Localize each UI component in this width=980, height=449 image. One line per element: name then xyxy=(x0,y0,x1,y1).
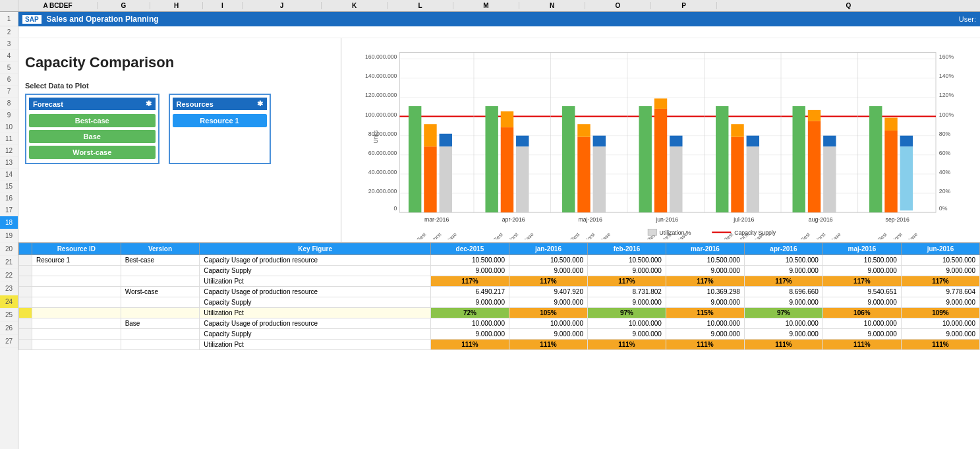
svg-rect-59 xyxy=(869,106,882,212)
row-num-8: 8 xyxy=(0,98,18,109)
row-num-14: 14 xyxy=(0,169,18,181)
col-header-h: H xyxy=(150,2,203,9)
svg-text:Best: Best xyxy=(492,231,504,239)
svg-text:Units: Units xyxy=(372,130,379,144)
td-mar: 10.500.000 xyxy=(666,255,744,266)
svg-rect-39 xyxy=(562,106,575,212)
td-jun: 10.500.000 xyxy=(901,255,979,266)
row-num-17: 17 xyxy=(0,204,18,216)
col-header-n: N xyxy=(519,2,585,9)
row-num-27: 27 xyxy=(0,335,18,348)
row-num-3: 3 xyxy=(0,38,18,50)
resource-1-button[interactable]: Resource 1 xyxy=(173,114,267,127)
svg-text:20%: 20% xyxy=(939,188,951,195)
row-num-21: 21 xyxy=(0,256,18,269)
svg-text:40%: 40% xyxy=(939,169,951,175)
row-num-6: 6 xyxy=(0,74,18,86)
svg-rect-33 xyxy=(440,134,452,146)
row-num-25: 25 xyxy=(0,309,18,322)
td-apr: 10.500.000 xyxy=(744,255,822,266)
svg-rect-31 xyxy=(440,146,452,212)
svg-text:Worst: Worst xyxy=(429,231,443,239)
svg-rect-29 xyxy=(409,106,421,212)
svg-text:mar-2016: mar-2016 xyxy=(424,216,449,223)
row-num-5: 5 xyxy=(0,62,18,74)
svg-rect-52 xyxy=(731,124,743,136)
svg-rect-41 xyxy=(593,146,606,212)
svg-text:120%: 120% xyxy=(939,92,954,98)
td-maj: 10.500.000 xyxy=(822,255,901,266)
svg-rect-57 xyxy=(808,110,821,121)
td-feb: 10.500.000 xyxy=(587,255,666,266)
svg-text:sep-2016: sep-2016 xyxy=(886,216,910,223)
svg-rect-47 xyxy=(654,98,667,109)
table-row: Capacity Supply 9.000.000 9.000.000 9.00… xyxy=(19,297,980,308)
table-row: Base Capacity Usage of production resour… xyxy=(19,318,980,329)
svg-text:Base: Base xyxy=(446,231,458,239)
svg-rect-19 xyxy=(399,52,936,212)
svg-text:apr-2016: apr-2016 xyxy=(502,216,525,223)
th-dec: dec-2015 xyxy=(430,243,509,255)
svg-rect-46 xyxy=(670,146,682,212)
th-key-figure: Key Figure xyxy=(200,243,431,255)
svg-text:Best: Best xyxy=(569,231,581,239)
svg-rect-36 xyxy=(516,146,529,212)
table-row: Capacity Supply 9.000.000 9.000.000 9.00… xyxy=(19,266,980,276)
row-num-15: 15 xyxy=(0,181,18,193)
col-header-k: K xyxy=(322,2,388,9)
td-resource: Resource 1 xyxy=(32,255,121,266)
svg-text:160%: 160% xyxy=(939,53,954,60)
th-empty xyxy=(19,243,32,255)
chart-area: 160.000.000 140.000.000 120.000.000 100.… xyxy=(341,38,980,242)
th-resource-id: Resource ID xyxy=(32,243,121,255)
svg-rect-98 xyxy=(648,229,657,235)
row-num-11: 11 xyxy=(0,133,18,145)
svg-text:Best: Best xyxy=(416,231,428,239)
app-title: Sales and Operation Planning xyxy=(47,15,159,24)
row-num-12: 12 xyxy=(0,145,18,157)
row-num-24: 24 xyxy=(0,295,18,309)
forecast-header: Forecast ✱ xyxy=(29,98,156,110)
svg-rect-34 xyxy=(485,106,498,212)
svg-text:40.000.000: 40.000.000 xyxy=(368,169,397,175)
data-table: Resource ID Version Key Figure dec-2015 … xyxy=(18,243,980,350)
svg-rect-62 xyxy=(884,118,897,131)
svg-text:Best: Best xyxy=(877,231,888,239)
table-header-row: Resource ID Version Key Figure dec-2015 … xyxy=(19,243,980,255)
page-title: Capacity Comparison xyxy=(25,54,334,71)
svg-text:0: 0 xyxy=(394,205,397,212)
row-num-19: 19 xyxy=(0,229,18,243)
row-num-7: 7 xyxy=(0,86,18,98)
svg-text:Utilization %: Utilization % xyxy=(660,229,691,236)
col-header-p: P xyxy=(651,2,717,9)
resources-selector: Resources ✱ Resource 1 xyxy=(169,94,271,164)
svg-text:Base: Base xyxy=(599,231,612,239)
svg-rect-54 xyxy=(793,106,805,212)
row-num-1: 1 xyxy=(0,12,18,26)
base-button[interactable]: Base xyxy=(29,130,156,143)
worst-case-button[interactable]: Worst-case xyxy=(29,146,156,159)
td-version: Best-case xyxy=(121,255,200,266)
row-num-23: 23 xyxy=(0,282,18,295)
svg-text:100.000.000: 100.000.000 xyxy=(365,111,397,118)
svg-rect-45 xyxy=(654,109,667,212)
best-case-button[interactable]: Best-case xyxy=(29,114,156,127)
svg-rect-44 xyxy=(639,106,651,212)
svg-rect-61 xyxy=(900,146,913,210)
svg-text:160.000.000: 160.000.000 xyxy=(365,53,397,60)
svg-text:100%: 100% xyxy=(939,111,954,118)
table-row: Utilization Pct 111% 111% 111% 111% 111%… xyxy=(19,340,980,350)
svg-text:jul-2016: jul-2016 xyxy=(733,216,754,223)
svg-rect-55 xyxy=(808,121,821,212)
row-num-18: 18 xyxy=(0,216,18,229)
svg-text:Worst: Worst xyxy=(813,231,827,239)
svg-text:Base: Base xyxy=(522,231,534,239)
th-mar: mar-2016 xyxy=(666,243,744,255)
svg-text:60%: 60% xyxy=(939,150,951,156)
col-header-abcdef: A BCDEF xyxy=(18,2,98,9)
svg-text:60.000.000: 60.000.000 xyxy=(368,150,397,156)
left-panel: Capacity Comparison Select Data to Plot … xyxy=(18,38,341,242)
svg-rect-63 xyxy=(900,136,913,147)
col-header-g: G xyxy=(98,2,150,9)
svg-rect-37 xyxy=(501,111,513,127)
